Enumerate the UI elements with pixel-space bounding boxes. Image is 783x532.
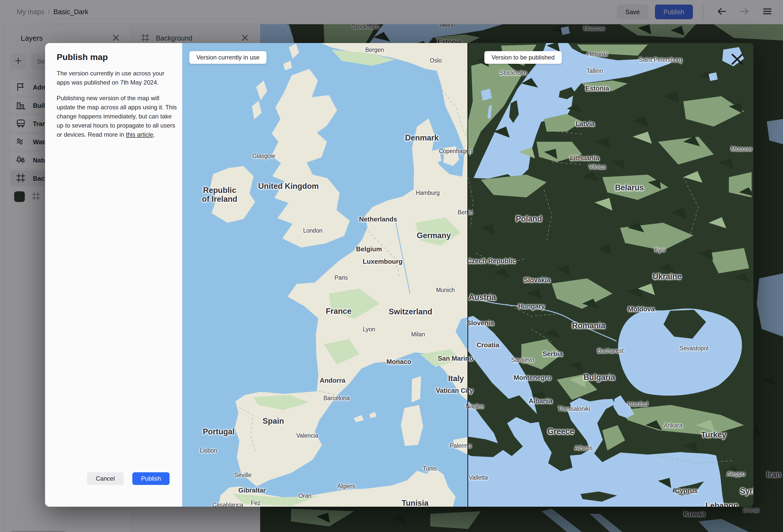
map-label: Helsinki — [587, 51, 607, 58]
map-label: Casablanca — [212, 502, 243, 507]
map-label: Aleppo — [727, 471, 745, 477]
map-label: Syria — [740, 487, 753, 496]
map-label: Lyon — [363, 326, 375, 333]
map-label: Croatia — [476, 341, 499, 349]
map-label: Stockholm — [500, 70, 527, 76]
map-label: Latvia — [575, 120, 594, 128]
publish-dialog: Publish map The version currently in use… — [45, 43, 182, 507]
map-label: Lisbon — [200, 447, 217, 454]
map-label: Italy — [448, 374, 464, 383]
map-label: Monaco — [386, 358, 411, 366]
map-label: Kyiv — [654, 247, 665, 253]
map-label: Copenhagen — [468, 148, 472, 155]
map-label: France — [326, 307, 351, 316]
map-compare-right[interactable]: BergenOsloStockholmHelsinkiSaint Petersb… — [468, 43, 753, 507]
map-label: Bergen — [365, 47, 384, 54]
map-label: Thessaloniki — [558, 406, 590, 412]
dialog-title: Publish map — [57, 52, 108, 62]
map-label: Valencia — [296, 433, 318, 439]
map-label: Palermo — [450, 443, 468, 449]
publish-modal: Publish map The version currently in use… — [45, 43, 753, 507]
map-label: Turkey — [701, 431, 726, 439]
map-label: Palermo — [468, 443, 471, 449]
dialog-paragraph-2: Publishing new version of the map will u… — [57, 94, 178, 139]
map-label: Oran — [299, 493, 311, 499]
this-article-link[interactable]: this article — [126, 131, 153, 138]
map-label: Sevastopol — [680, 345, 708, 352]
map-label: Czech Republic — [468, 257, 516, 265]
map-label: San Marino — [468, 355, 473, 362]
map-label: Berlin — [468, 209, 472, 216]
map-label: Bulgaria — [584, 373, 615, 382]
map-label: Seville — [234, 472, 252, 478]
map-label: Barcelona — [323, 395, 350, 402]
light-map-labels: BergenOsloStockholmHelsinkiSaint Petersb… — [182, 43, 468, 507]
map-label: Belgium — [356, 246, 382, 253]
map-label: Vatican City — [468, 387, 473, 394]
map-label: Austria — [469, 293, 496, 302]
map-label: Albania — [529, 397, 553, 405]
compare-divider[interactable] — [467, 43, 468, 507]
map-label: Andorra — [320, 377, 345, 384]
map-label: Belarus — [615, 184, 644, 192]
map-label: Greece — [547, 427, 574, 436]
map-label: Istanbul — [628, 401, 648, 407]
map-label: Tallinn — [586, 68, 603, 74]
map-label: Poland — [516, 215, 542, 223]
dark-map-labels: BergenOsloStockholmHelsinkiSaint Petersb… — [468, 43, 753, 507]
map-label: Moldova — [628, 306, 654, 313]
map-label: Montenegro — [514, 374, 552, 381]
version-new-badge: Version to be published — [484, 51, 562, 64]
cancel-button[interactable]: Cancel — [87, 472, 124, 485]
map-label: Luxembourg — [363, 258, 402, 265]
map-label: Portugal — [203, 428, 234, 436]
map-label: Algiers — [337, 483, 355, 490]
map-label: Spain — [263, 417, 284, 426]
map-label: Vatican City — [436, 387, 468, 394]
map-label: Republic of Ireland — [202, 186, 238, 204]
map-label: Germany — [417, 231, 451, 240]
map-label: Netherlands — [359, 216, 397, 223]
map-label: San Marino — [438, 355, 468, 362]
map-label: Copenhagen — [439, 148, 468, 155]
map-label: Vilnius — [589, 164, 605, 170]
map-label: Sarajevo — [511, 357, 534, 364]
app-window: StockholmTallinnEstoniaMoscowIranShirazK… — [0, 0, 783, 532]
version-current-badge: Version currently in use — [189, 51, 267, 64]
dialog-body: The version currently in use across your… — [57, 69, 178, 146]
map-label: Munich — [436, 287, 455, 293]
map-label: Saint Petersburg — [639, 57, 682, 63]
map-label: Romania — [572, 321, 605, 330]
map-label: Serbia — [542, 350, 563, 357]
map-label: Fez — [251, 500, 260, 506]
map-label: Bucharest — [597, 348, 624, 354]
map-label: Naples — [468, 403, 484, 410]
map-label: Tunisia — [402, 499, 429, 507]
map-label: Slovenia — [468, 319, 494, 327]
map-label: Cyprus — [675, 487, 698, 495]
map-label: Milan — [411, 331, 425, 338]
map-label: Tunis — [422, 465, 437, 472]
map-label: Oslo — [430, 58, 442, 64]
map-label: Glasgow — [252, 153, 275, 159]
map-label: United Kingdom — [258, 182, 319, 191]
map-compare-left[interactable]: BergenOsloStockholmHelsinkiSaint Petersb… — [182, 43, 468, 507]
dialog-paragraph-1: The version currently in use across your… — [57, 69, 178, 87]
map-label: Hamburg — [416, 190, 440, 196]
map-label: London — [303, 227, 323, 234]
map-label: Switzerland — [389, 308, 432, 316]
map-label: Lebanon — [705, 501, 738, 507]
map-label: Denmark — [405, 134, 439, 143]
map-label: Lithuania — [570, 154, 599, 162]
map-label: Berlin — [458, 209, 468, 216]
publish-confirm-button[interactable]: Publish — [132, 472, 169, 485]
map-label: Estonia — [585, 85, 609, 92]
dialog-actions: Cancel Publish — [45, 472, 182, 485]
map-label: Hungary — [518, 303, 544, 310]
map-label: Athens — [574, 445, 593, 451]
map-label: Valletta — [469, 474, 488, 481]
map-label: Gibraltar — [239, 487, 266, 494]
map-label: Ankara — [664, 423, 683, 429]
map-label: Moscow — [731, 146, 752, 152]
map-label: Ukraine — [653, 272, 682, 281]
